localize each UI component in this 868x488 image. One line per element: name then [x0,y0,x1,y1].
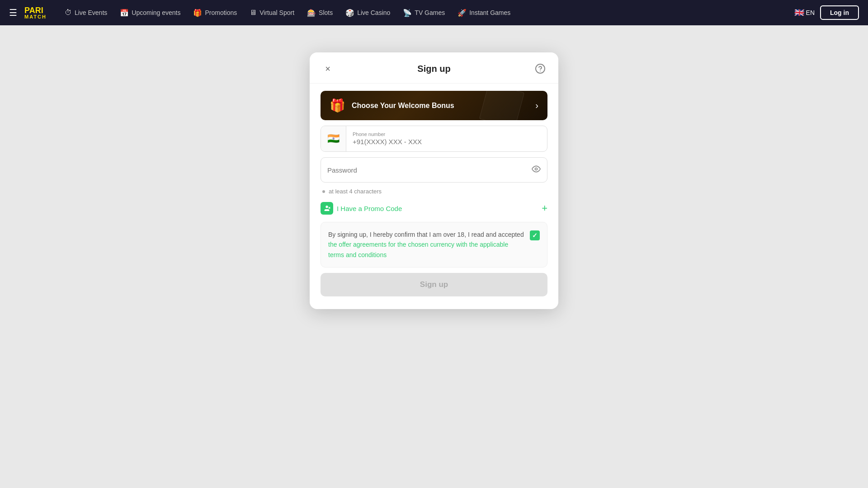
bonus-text: Choose Your Welcome Bonus [352,102,454,110]
navbar: ☰ PARI MATCH ⏱ Live Events 📅 Upcoming ev… [0,0,868,25]
flag-icon: 🇬🇧 [794,8,804,18]
promo-code-row: I Have a Promo Code + [321,200,547,216]
terms-text: By signing up, I hereby confirm that I a… [328,230,525,260]
bonus-arrow-icon: › [535,100,538,111]
hint-text: at least 4 characters [329,188,382,195]
language-label: EN [806,9,815,16]
terms-checkbox[interactable] [530,230,540,240]
hamburger-menu[interactable]: ☰ [9,7,17,18]
nav-item-slots[interactable]: 🎰 Slots [302,6,338,20]
live-events-icon: ⏱ [65,9,72,17]
country-flag: 🇮🇳 [327,133,340,145]
slots-icon: 🎰 [307,9,316,17]
nav-label-instant-games: Instant Games [469,9,510,16]
terms-box: By signing up, I hereby confirm that I a… [321,222,547,267]
nav-item-promotions[interactable]: 🎁 Promotions [188,6,242,20]
phone-label: Phone number [353,131,541,137]
signup-button[interactable]: Sign up [321,273,547,296]
password-hint: at least 4 characters [321,188,547,195]
logo-match: MATCH [24,14,47,19]
bonus-banner[interactable]: 🎁 Choose Your Welcome Bonus › [321,91,547,120]
tv-games-icon: 📡 [403,9,412,17]
svg-point-3 [326,206,328,208]
promo-icon [321,202,333,215]
main-content: × Sign up 🎁 Choose Your Welcome Bonus › [0,25,868,488]
nav-label-live-casino: Live Casino [357,9,390,16]
nav-item-tv-games[interactable]: 📡 TV Games [397,6,450,20]
nav-item-instant-games[interactable]: 🚀 Instant Games [452,6,516,20]
brand-logo: PARI MATCH [24,6,47,19]
modal-body: 🎁 Choose Your Welcome Bonus › 🇮🇳 Phone n… [310,84,558,309]
nav-items: ⏱ Live Events 📅 Upcoming events 🎁 Promot… [59,6,791,20]
close-button[interactable]: × [321,61,335,76]
modal-header: × Sign up [310,52,558,84]
terms-checkbox-wrap[interactable] [528,230,540,240]
signup-button-wrap: Sign up [321,273,547,298]
nav-item-virtual-sport[interactable]: 🖥 Virtual Sport [244,6,300,19]
phone-input-wrapper: Phone number [346,128,547,150]
logo-pari: PARI [24,6,43,14]
nav-item-live-events[interactable]: ⏱ Live Events [59,6,113,19]
language-selector[interactable]: 🇬🇧 EN [794,8,815,18]
promo-code-add-button[interactable]: + [542,202,547,214]
nav-label-slots: Slots [319,9,333,16]
nav-label-virtual-sport: Virtual Sport [259,9,294,16]
promotions-icon: 🎁 [193,9,202,17]
promo-left: I Have a Promo Code [321,202,402,215]
hint-dot-icon [322,190,325,193]
live-casino-icon: 🎲 [345,9,354,17]
password-input[interactable] [327,166,532,174]
terms-row: By signing up, I hereby confirm that I a… [328,230,540,260]
promo-code-label[interactable]: I Have a Promo Code [337,205,402,212]
help-button[interactable] [533,61,547,76]
terms-text-before: By signing up, I hereby confirm that I a… [328,231,524,238]
password-toggle-button[interactable] [532,164,541,176]
nav-label-tv-games: TV Games [415,9,445,16]
nav-item-upcoming-events[interactable]: 📅 Upcoming events [114,6,186,20]
virtual-sport-icon: 🖥 [250,9,257,17]
svg-point-2 [535,168,538,170]
nav-right: 🇬🇧 EN Log in [794,5,859,20]
terms-link[interactable]: the offer agreements for the chosen curr… [328,241,508,258]
phone-input[interactable] [353,138,541,145]
login-button[interactable]: Log in [820,5,859,20]
instant-games-icon: 🚀 [458,9,467,17]
phone-field: 🇮🇳 Phone number [321,126,547,152]
signup-modal: × Sign up 🎁 Choose Your Welcome Bonus › [310,52,558,309]
country-selector[interactable]: 🇮🇳 [321,126,346,151]
modal-title: Sign up [417,64,450,74]
bonus-content-left: 🎁 Choose Your Welcome Bonus [330,98,454,113]
nav-label-live-events: Live Events [75,9,107,16]
nav-label-promotions: Promotions [205,9,237,16]
nav-label-upcoming-events: Upcoming events [132,9,180,16]
nav-item-live-casino[interactable]: 🎲 Live Casino [340,6,396,20]
bonus-icon: 🎁 [330,98,345,113]
password-field [321,157,547,183]
upcoming-events-icon: 📅 [120,9,129,17]
